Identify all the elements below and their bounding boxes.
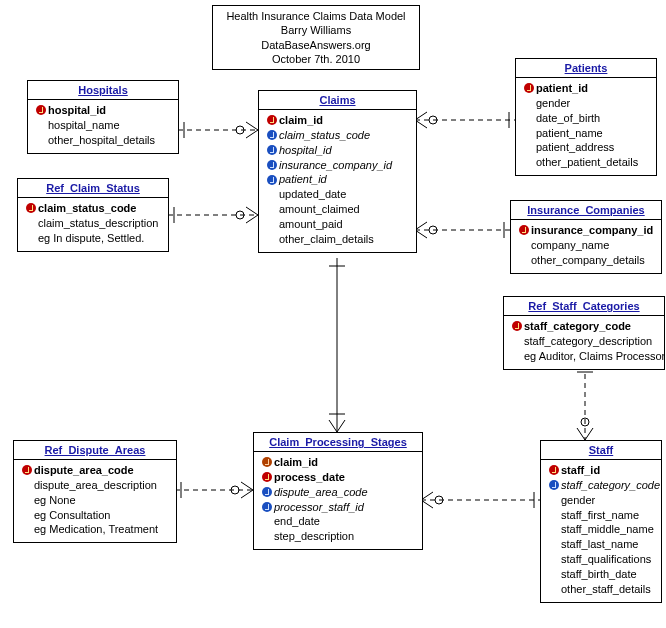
svg-line-38 [585, 428, 593, 440]
title-line: DataBaseAnswers.org [221, 38, 411, 52]
svg-point-34 [435, 496, 443, 504]
entity-header: Patients [516, 59, 656, 78]
column-label: hospital_id [279, 143, 332, 158]
column-row: staff_last_name [547, 537, 655, 552]
entity-header: Ref_Claim_Status [18, 179, 168, 198]
column-row: hospital_name [34, 118, 172, 133]
svg-line-28 [241, 490, 253, 498]
svg-point-19 [429, 226, 437, 234]
column-row: dispute_area_description [20, 478, 170, 493]
column-label: staff_category_description [524, 334, 652, 349]
column-row: patient_id [265, 172, 410, 187]
column-label: eg Auditor, Claims Processor [524, 349, 665, 364]
column-row: eg Medication, Treatment [20, 522, 170, 537]
entity-header: Ref_Dispute_Areas [14, 441, 176, 460]
svg-point-39 [581, 418, 589, 426]
primary-key-icon [26, 203, 36, 213]
column-row: step_description [260, 529, 416, 544]
column-row: claim_id [260, 455, 416, 470]
svg-line-8 [246, 215, 258, 223]
entity-header: Staff [541, 441, 661, 460]
foreign-key-icon [267, 130, 277, 140]
column-label: processor_staff_id [274, 500, 364, 515]
column-label: hospital_id [48, 103, 106, 118]
entity-header: Insurance_Companies [511, 201, 661, 220]
column-label: gender [536, 96, 570, 111]
column-label: patient_address [536, 140, 614, 155]
entity-header: Hospitals [28, 81, 178, 100]
column-label: staff_qualifications [561, 552, 651, 567]
svg-line-37 [577, 428, 585, 440]
column-row: gender [547, 493, 655, 508]
svg-line-3 [246, 130, 258, 138]
title-line: Barry Williams [221, 23, 411, 37]
entity-insurance-companies: Insurance_Companies insurance_company_id… [510, 200, 662, 274]
column-row: insurance_company_id [265, 158, 410, 173]
primary-key-icon [262, 472, 272, 482]
title-line: Health Insurance Claims Data Model [221, 9, 411, 23]
column-row: insurance_company_id [517, 223, 655, 238]
entity-claim-processing-stages: Claim_Processing_Stages claim_idprocess_… [253, 432, 423, 550]
column-label: other_hospital_details [48, 133, 155, 148]
column-row: claim_status_code [265, 128, 410, 143]
column-row: claim_id [265, 113, 410, 128]
foreign-key-icon [267, 175, 277, 185]
svg-line-22 [329, 420, 337, 432]
column-label: process_date [274, 470, 345, 485]
column-row: staff_first_name [547, 508, 655, 523]
column-row: patient_id [522, 81, 650, 96]
column-label: claim_id [279, 113, 323, 128]
column-row: eg Auditor, Claims Processor [510, 349, 658, 364]
column-row: company_name [517, 238, 655, 253]
column-label: staff_first_name [561, 508, 639, 523]
column-label: staff_last_name [561, 537, 638, 552]
column-row: patient_address [522, 140, 650, 155]
column-label: amount_paid [279, 217, 343, 232]
column-label: claim_status_code [38, 201, 136, 216]
column-label: company_name [531, 238, 609, 253]
column-label: other_staff_details [561, 582, 651, 597]
entity-header: Claim_Processing_Stages [254, 433, 422, 452]
column-row: eg Consultation [20, 508, 170, 523]
column-row: dispute_area_code [20, 463, 170, 478]
column-label: end_date [274, 514, 320, 529]
entity-hospitals: Hospitals hospital_idhospital_nameother_… [27, 80, 179, 154]
column-label: patient_id [279, 172, 327, 187]
column-row: claim_status_code [24, 201, 162, 216]
svg-point-9 [236, 211, 244, 219]
column-row: staff_middle_name [547, 522, 655, 537]
column-row: staff_category_code [510, 319, 658, 334]
entity-staff: Staff staff_idstaff_category_codegenders… [540, 440, 662, 603]
column-label: other_patient_details [536, 155, 638, 170]
column-label: other_company_details [531, 253, 645, 268]
column-label: hospital_name [48, 118, 120, 133]
column-label: staff_birth_date [561, 567, 637, 582]
svg-point-29 [231, 486, 239, 494]
primary-key-icon [22, 465, 32, 475]
column-row: amount_paid [265, 217, 410, 232]
primary-key-icon [519, 225, 529, 235]
column-label: eg Medication, Treatment [34, 522, 158, 537]
column-row: staff_id [547, 463, 655, 478]
entity-header: Ref_Staff_Categories [504, 297, 664, 316]
primary-key-icon [512, 321, 522, 331]
svg-line-27 [241, 482, 253, 490]
column-label: staff_middle_name [561, 522, 654, 537]
svg-line-23 [337, 420, 345, 432]
column-row: staff_category_description [510, 334, 658, 349]
column-label: date_of_birth [536, 111, 600, 126]
column-label: patient_id [536, 81, 588, 96]
column-label: staff_category_code [561, 478, 660, 493]
column-row: process_date [260, 470, 416, 485]
column-label: patient_name [536, 126, 603, 141]
column-row: hospital_id [265, 143, 410, 158]
column-label: other_claim_details [279, 232, 374, 247]
column-row: other_company_details [517, 253, 655, 268]
primary-key-icon [549, 465, 559, 475]
column-row: updated_date [265, 187, 410, 202]
entity-claims: Claims claim_idclaim_status_codehospital… [258, 90, 417, 253]
foreign-key-icon [267, 160, 277, 170]
column-row: patient_name [522, 126, 650, 141]
entity-ref-dispute-areas: Ref_Dispute_Areas dispute_area_codedispu… [13, 440, 177, 543]
column-row: staff_category_code [547, 478, 655, 493]
